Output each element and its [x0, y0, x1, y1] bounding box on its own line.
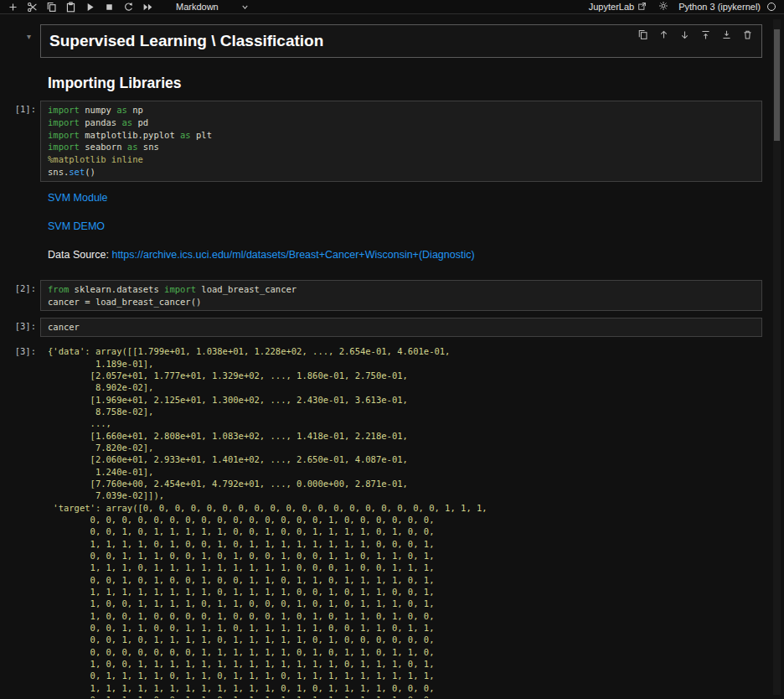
- cell-prompt: [3, 75, 40, 91]
- copy-icon[interactable]: [45, 1, 58, 13]
- cell-type-dropdown[interactable]: Markdown: [176, 2, 250, 12]
- code-cell-1: [1]: import numpy as npimport pandas as …: [3, 101, 784, 182]
- restart-kernel-icon[interactable]: [122, 1, 135, 13]
- duplicate-cell-icon[interactable]: [637, 28, 648, 40]
- markdown-cell-title: ▾ Supervised Learning \ Classification: [3, 24, 784, 58]
- kernel-name[interactable]: Python 3 (ipykernel): [678, 2, 761, 12]
- scrollbar-thumb[interactable]: [774, 29, 780, 141]
- notebook-toolbar: Markdown JupyterLab Python 3 (ipykernel): [0, 0, 784, 14]
- external-link-icon[interactable]: [637, 2, 647, 13]
- jupyterlab-window: Markdown JupyterLab Python 3 (ipykernel)…: [0, 0, 784, 699]
- markdown-rendered: Data Source: https://archive.ics.uci.edu…: [40, 249, 762, 261]
- input-prompt: [2]:: [3, 280, 40, 312]
- cell-prompt: [3, 24, 40, 58]
- markdown-cell-svm-module: SVM Module: [3, 192, 784, 205]
- code-editor[interactable]: import numpy as npimport pandas as pdimp…: [40, 101, 762, 182]
- gear-icon[interactable]: [658, 1, 668, 13]
- paste-icon[interactable]: [64, 1, 77, 13]
- chevron-down-icon: [240, 3, 250, 12]
- toolbar-right-group: JupyterLab Python 3 (ipykernel): [589, 1, 777, 13]
- cell-toolbar: [627, 28, 753, 40]
- markdown-rendered: SVM Module: [40, 192, 762, 205]
- code-editor[interactable]: cancer: [40, 318, 762, 337]
- output-prompt: [3]:: [3, 345, 40, 698]
- cell-prompt: [3, 192, 40, 205]
- markdown-cell-svm-demo: SVM DEMO: [3, 220, 784, 233]
- cell-collapser-icon[interactable]: ▾: [27, 32, 31, 41]
- output-text: {'data': array([[1.799e+01, 1.038e+01, 1…: [40, 345, 762, 698]
- cell-prompt: [3, 249, 40, 261]
- move-cell-up-icon[interactable]: [658, 28, 669, 40]
- code-editor[interactable]: from sklearn.datasets import load_breast…: [40, 280, 762, 312]
- restart-run-all-icon[interactable]: [142, 1, 154, 13]
- kernel-status-icon[interactable]: [767, 3, 776, 11]
- cut-icon[interactable]: [26, 1, 39, 13]
- code-cell-2: [2]: from sklearn.datasets import load_b…: [3, 280, 784, 312]
- delete-cell-icon[interactable]: [741, 28, 753, 40]
- notebook-scroll-area: ▾ Supervised Learning \ Classification: [0, 14, 784, 698]
- data-source-label: Data Source:: [48, 249, 111, 261]
- cell-type-label: Markdown: [176, 2, 219, 12]
- insert-cell-above-icon[interactable]: [699, 28, 711, 40]
- markdown-rendered: SVM DEMO: [40, 220, 762, 233]
- output-area-3: [3]: {'data': array([[1.799e+01, 1.038e+…: [3, 345, 784, 698]
- insert-cell-icon[interactable]: [7, 1, 19, 13]
- data-source-link[interactable]: https://archive.ics.uci.edu/ml/datasets/…: [111, 249, 474, 261]
- markdown-rendered[interactable]: Importing Libraries: [40, 75, 762, 91]
- insert-cell-below-icon[interactable]: [720, 28, 732, 40]
- svm-demo-link[interactable]: SVM DEMO: [48, 220, 105, 232]
- stop-icon[interactable]: [103, 1, 116, 13]
- code-cell-3: [3]: cancer: [3, 318, 784, 337]
- markdown-cell-importing-libraries: Importing Libraries: [3, 68, 784, 91]
- jupyterlab-link[interactable]: JupyterLab: [589, 2, 634, 12]
- cell-prompt: [3, 220, 40, 233]
- section-heading: Importing Libraries: [48, 75, 762, 91]
- run-icon[interactable]: [84, 1, 96, 13]
- title-cell-box[interactable]: Supervised Learning \ Classification: [40, 24, 762, 58]
- svm-module-link[interactable]: SVM Module: [48, 192, 108, 204]
- move-cell-down-icon[interactable]: [678, 28, 690, 40]
- toolbar-left-group: Markdown: [7, 1, 250, 13]
- markdown-cell-data-source: Data Source: https://archive.ics.uci.edu…: [3, 249, 784, 261]
- input-prompt: [3]:: [3, 318, 40, 337]
- input-prompt: [1]:: [3, 101, 40, 182]
- scrollbar-track[interactable]: [773, 19, 781, 695]
